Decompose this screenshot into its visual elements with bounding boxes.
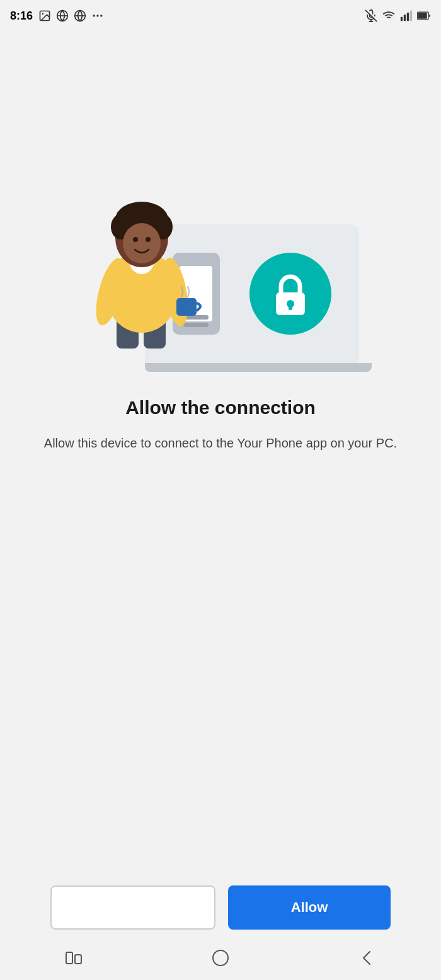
svg-rect-37 bbox=[75, 955, 81, 964]
svg-point-6 bbox=[93, 14, 95, 16]
svg-rect-35 bbox=[176, 298, 197, 316]
svg-rect-15 bbox=[407, 13, 409, 21]
status-bar: 8:16 bbox=[0, 0, 441, 32]
svg-rect-18 bbox=[418, 13, 427, 18]
svg-rect-21 bbox=[289, 304, 292, 310]
svg-point-8 bbox=[100, 14, 102, 16]
svg-rect-36 bbox=[66, 952, 72, 964]
allow-button[interactable]: Allow bbox=[228, 885, 391, 930]
mute-icon bbox=[364, 9, 378, 23]
status-right bbox=[364, 9, 431, 23]
illustration-area bbox=[25, 170, 416, 372]
svg-point-32 bbox=[146, 237, 151, 242]
wifi-icon bbox=[382, 9, 396, 23]
subtitle-text: Allow this device to connect to the Your… bbox=[44, 434, 397, 453]
status-left: 8:16 bbox=[10, 9, 105, 23]
illustration-container bbox=[63, 170, 378, 372]
grid-icon bbox=[55, 9, 69, 23]
svg-point-1 bbox=[42, 13, 44, 14]
bottom-action-area: Allow bbox=[0, 885, 441, 930]
more-icon bbox=[91, 9, 105, 23]
cancel-button[interactable] bbox=[50, 885, 215, 930]
nav-recents-button[interactable] bbox=[55, 945, 93, 971]
svg-rect-13 bbox=[401, 17, 403, 21]
nav-bar bbox=[0, 936, 441, 980]
person-illustration bbox=[76, 182, 208, 364]
main-title: Allow the connection bbox=[125, 397, 316, 418]
globe-icon bbox=[73, 9, 87, 23]
signal-icon bbox=[399, 9, 413, 23]
svg-rect-16 bbox=[410, 11, 412, 21]
battery-icon bbox=[417, 9, 431, 23]
lock-circle bbox=[249, 253, 331, 335]
status-left-icons bbox=[38, 9, 105, 23]
nav-home-button[interactable] bbox=[202, 945, 239, 971]
image-icon bbox=[38, 9, 52, 23]
svg-point-7 bbox=[96, 14, 98, 16]
nav-back-button[interactable] bbox=[348, 945, 386, 971]
svg-point-31 bbox=[133, 237, 138, 242]
main-content: Allow the connection Allow this device t… bbox=[0, 32, 441, 453]
laptop-base bbox=[145, 363, 372, 372]
svg-point-38 bbox=[213, 950, 228, 966]
svg-rect-14 bbox=[404, 14, 406, 21]
svg-point-30 bbox=[123, 223, 161, 263]
status-time: 8:16 bbox=[10, 9, 33, 23]
